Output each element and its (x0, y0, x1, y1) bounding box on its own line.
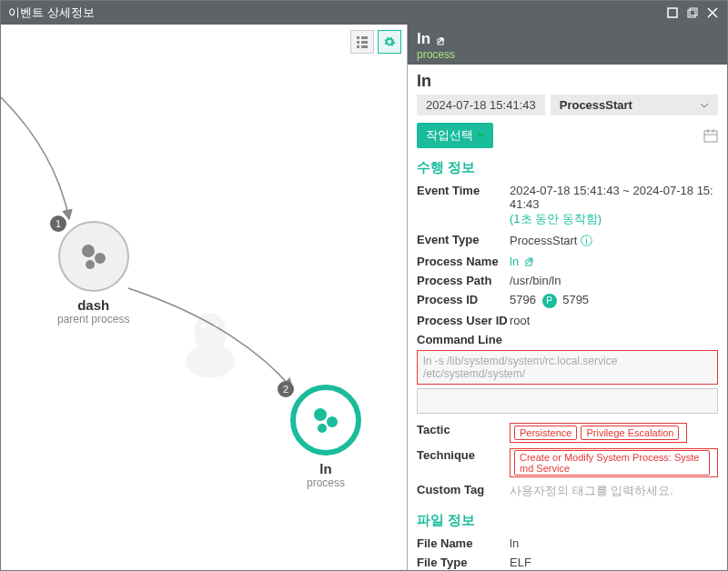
timeline-selector[interactable]: 2024-07-18 15:41:43 ProcessStart (417, 95, 718, 115)
label: Custom Tag (417, 483, 510, 499)
graph-pane[interactable]: 1 dash parent process 2 ln process (1, 25, 407, 570)
popout-icon[interactable] (685, 5, 700, 20)
chevron-down-icon (477, 132, 484, 139)
svg-rect-20 (704, 131, 717, 142)
chevron-down-icon (700, 101, 709, 110)
node-badge: 1 (50, 215, 66, 232)
svg-point-17 (327, 416, 338, 427)
svg-point-12 (214, 324, 218, 328)
detail-proc-type: process (417, 48, 718, 61)
close-icon[interactable] (705, 5, 720, 20)
svg-rect-0 (668, 8, 677, 17)
value: ProcessStart (510, 234, 577, 247)
command-line-extra[interactable] (417, 388, 718, 414)
external-link-icon[interactable] (437, 35, 448, 46)
section-file-title: 파일 정보 (417, 512, 718, 529)
label: Event Time (417, 184, 510, 227)
technique-tag[interactable]: Create or Modify System Process: Systemd… (514, 450, 710, 476)
label: Technique (417, 448, 510, 477)
section-exec-title: 수행 정보 (417, 159, 718, 176)
list-view-button[interactable] (350, 30, 374, 54)
window-titlebar: 이벤트 상세정보 (1, 1, 727, 25)
maximize-icon[interactable] (665, 5, 680, 20)
parent-pid-icon: P (542, 294, 557, 308)
help-icon[interactable]: ⓘ (581, 234, 592, 247)
svg-rect-8 (361, 45, 368, 48)
action-dropdown[interactable]: 작업선택 (417, 123, 493, 148)
label: Command Line (417, 333, 718, 346)
external-link-icon[interactable] (525, 257, 536, 268)
command-line-box[interactable]: ln -s /lib/systemd/system/rc.local.servi… (417, 350, 718, 385)
node-type: process (290, 476, 361, 489)
svg-rect-1 (688, 10, 695, 17)
technique-tags: Create or Modify System Process: Systemd… (510, 448, 718, 477)
settings-button[interactable] (378, 30, 401, 54)
value: root (510, 314, 718, 327)
gears-icon (58, 221, 129, 292)
label: Process Name (417, 255, 510, 268)
custom-tag-input[interactable]: 사용자정의 태그를 입력하세요. (510, 483, 718, 499)
node-name: dash (57, 297, 129, 313)
linux-watermark-icon (178, 306, 242, 379)
label: File Type (417, 556, 510, 569)
svg-point-15 (86, 260, 95, 269)
window-title: 이벤트 상세정보 (8, 5, 95, 21)
timeline-event: ProcessStart (560, 98, 632, 112)
tactic-tag[interactable]: Persistence (514, 426, 577, 440)
svg-rect-2 (690, 8, 697, 15)
svg-point-18 (318, 424, 327, 433)
node-name: ln (290, 461, 361, 476)
label: Process User ID (417, 314, 510, 327)
detail-pane: ln process ln 2024-07-18 15:41:43 Proces… (407, 25, 727, 570)
svg-point-10 (195, 313, 227, 354)
svg-rect-24 (526, 260, 531, 265)
value: /usr/bin/ln (510, 274, 718, 287)
value: 5795 (562, 293, 589, 306)
event-duration-note: (1초 동안 동작함) (510, 212, 602, 225)
value: 5796 (510, 293, 536, 306)
label: Event Type (417, 233, 510, 249)
timeline-time: 2024-07-18 15:41:43 (417, 95, 545, 115)
tactic-tag[interactable]: Privilege Escalation (581, 426, 679, 440)
tactic-tags: PersistencePrivilege Escalation (510, 423, 687, 443)
calendar-icon[interactable] (703, 128, 718, 143)
label: Process Path (417, 274, 510, 287)
node-type: parent process (57, 313, 129, 326)
gears-icon (290, 385, 361, 456)
graph-node[interactable]: 1 dash parent process (57, 221, 129, 326)
svg-point-13 (82, 245, 95, 257)
process-name-link[interactable]: ln (510, 255, 519, 268)
svg-rect-4 (361, 36, 368, 39)
svg-point-16 (314, 408, 327, 421)
value: ELF (510, 556, 718, 569)
detail-header: ln process (408, 25, 727, 65)
value: ln (510, 536, 718, 550)
svg-rect-7 (357, 45, 359, 48)
svg-rect-6 (361, 41, 368, 44)
label: Tactic (417, 423, 510, 443)
graph-node[interactable]: 2 ln process (290, 385, 361, 489)
label: File Name (417, 536, 510, 550)
detail-proc-name: ln (417, 30, 430, 47)
node-badge: 2 (278, 381, 294, 397)
svg-rect-3 (357, 36, 359, 39)
detail-title: ln (417, 72, 718, 91)
value: 2024-07-18 15:41:43 ~ 2024-07-18 15:41:4… (510, 184, 713, 211)
label: Process ID (417, 293, 510, 308)
svg-point-11 (202, 324, 207, 328)
svg-rect-5 (357, 41, 359, 44)
svg-point-14 (95, 253, 106, 264)
